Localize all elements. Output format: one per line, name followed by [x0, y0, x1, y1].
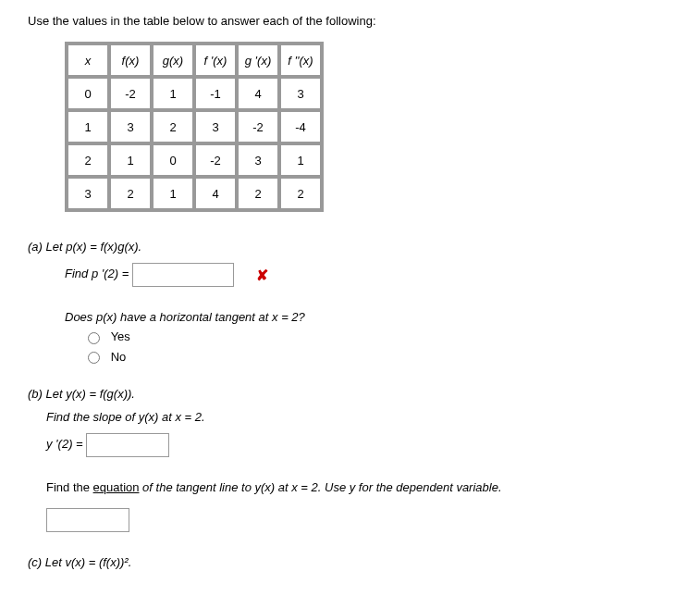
table-header-row: x f(x) g(x) f '(x) g '(x) f ''(x): [68, 44, 321, 76]
radio-yes-label: Yes: [111, 329, 130, 343]
part-b: (b) Let y(x) = f(g(x)). Find the slope o…: [28, 387, 672, 532]
part-b-label: (b) Let y(x) = f(g(x)).: [28, 387, 672, 401]
find-p-label: Find p '(2) =: [65, 267, 132, 280]
slope-text: Find the slope of y(x) at x = 2.: [46, 410, 205, 424]
col-x: x: [68, 44, 108, 76]
radio-no[interactable]: [88, 352, 100, 364]
col-fpx: f '(x): [195, 44, 236, 76]
part-a: (a) Let p(x) = f(x)g(x). Find p '(2) = ✘…: [28, 240, 672, 364]
tangent-equation-input[interactable]: [46, 508, 129, 532]
table-row: 3 2 1 4 2 2: [68, 178, 321, 209]
equation-text: Find the equation of the tangent line to…: [46, 480, 502, 494]
table-row: 2 1 0 -2 3 1: [68, 144, 321, 176]
instructions: Use the values in the table below to ans…: [28, 14, 672, 28]
part-c: (c) Let v(x) = (f(x))².: [28, 555, 672, 569]
table-row: 1 3 2 3 -2 -4: [68, 111, 321, 143]
y-prime-2-input[interactable]: [86, 433, 169, 457]
table-row: 0 -2 1 -1 4 3: [68, 78, 321, 109]
col-gx: g(x): [153, 44, 193, 76]
radio-yes[interactable]: [88, 332, 100, 344]
y-prime-label: y '(2) =: [46, 438, 86, 452]
p-prime-2-input[interactable]: [132, 263, 234, 287]
part-a-label: (a) Let p(x) = f(x)g(x).: [28, 240, 672, 254]
incorrect-icon: ✘: [256, 267, 268, 283]
tangent-question: Does p(x) have a horizontal tangent at x…: [65, 310, 672, 324]
col-gpx: g '(x): [238, 44, 278, 76]
col-fppx: f ''(x): [280, 44, 321, 76]
radio-no-label: No: [111, 350, 127, 364]
part-c-label: (c) Let v(x) = (f(x))².: [28, 555, 672, 569]
col-fx: f(x): [110, 44, 151, 76]
values-table: x f(x) g(x) f '(x) g '(x) f ''(x) 0 -2 1…: [65, 42, 324, 212]
